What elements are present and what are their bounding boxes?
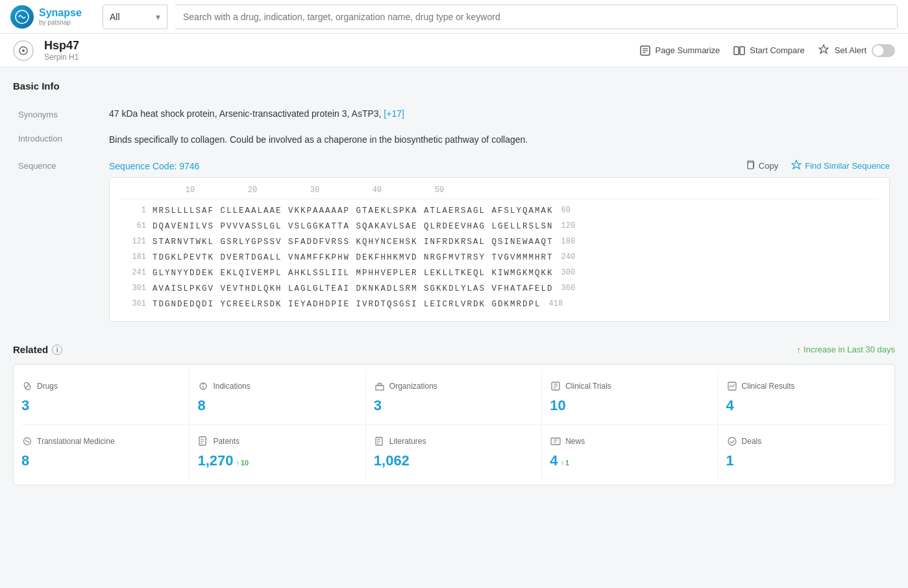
page-summarize-label: Page Summarize — [656, 45, 720, 55]
brand-sub: by patsnap — [39, 19, 82, 27]
clinical-trials-count: 10 — [550, 397, 709, 414]
literatures-label: Literatures — [389, 437, 426, 446]
svg-line-12 — [25, 384, 30, 389]
find-similar-button[interactable]: Find Similar Sequence — [791, 160, 890, 172]
related-item-patents[interactable]: Patents 1,270 ↑ 10 — [190, 425, 365, 480]
seq-row-241: 241 GLYNYYDDEK EKLQIVEMPL AHKLSSLIIL MPH… — [120, 267, 879, 280]
start-compare-label: Start Compare — [750, 45, 805, 55]
seq-row-121: 121 STARNVTWKL GSRLYGPSSV SFADDFVRSS KQH… — [120, 236, 879, 249]
related-item-clinical-results[interactable]: Clinical Results 4 — [718, 370, 894, 424]
logo: Synapse by patsnap — [10, 5, 95, 29]
top-header: Synapse by patsnap All ▾ — [0, 0, 908, 34]
entity-title: Hsp47 Serpin H1 — [44, 39, 79, 62]
svg-rect-16 — [376, 386, 384, 390]
related-item-drugs[interactable]: Drugs 3 — [14, 370, 190, 424]
related-item-deals[interactable]: Deals 1 — [718, 425, 894, 480]
deals-count: 1 — [726, 452, 887, 469]
sequence-scroll[interactable]: 10 20 30 40 50 1 MRSLLLLSAF CLLEAALAAE V… — [110, 178, 889, 321]
svg-point-14 — [202, 384, 204, 385]
synonyms-link[interactable]: [+17] — [384, 108, 404, 119]
indications-count: 8 — [197, 397, 357, 414]
increase-label: Increase in Last 30 days — [804, 345, 895, 354]
related-item-translational-medicine[interactable]: Translational Medicine 8 — [14, 425, 190, 480]
news-increase-arrow: ↑ — [560, 459, 564, 467]
sequence-ruler: 10 20 30 40 50 — [120, 186, 879, 199]
main-content: Basic Info Synonyms 47 kDa heat shock pr… — [0, 67, 908, 498]
set-alert-label: Set Alert — [835, 45, 866, 55]
find-similar-label: Find Similar Sequence — [805, 161, 890, 171]
translational-medicine-label: Translational Medicine — [37, 437, 115, 446]
news-count: 4 — [550, 452, 558, 469]
related-grid-container: Drugs 3 Indications 8 — [13, 364, 895, 485]
search-type-dropdown[interactable]: All ▾ — [103, 5, 167, 29]
indications-icon — [197, 380, 209, 392]
related-title: Related i — [13, 344, 62, 355]
seq-row-361: 361 TDGNDEDQDI YCREELRSDK IEYADHDPIE IVR… — [120, 298, 879, 311]
sequence-box: 10 20 30 40 50 1 MRSLLLLSAF CLLEAALAAE V… — [109, 177, 890, 322]
deals-icon — [726, 435, 738, 447]
related-item-news[interactable]: News 4 ↑ 1 — [542, 425, 718, 480]
related-item-literatures[interactable]: Literatures 1,062 — [366, 425, 542, 480]
related-item-organizations[interactable]: Organizations 3 — [366, 370, 542, 424]
set-alert-toggle[interactable] — [872, 44, 895, 57]
sequence-header: Sequence Code: 9746 Copy — [109, 160, 890, 172]
clinical-results-label: Clinical Results — [742, 382, 795, 391]
related-row-1: Drugs 3 Indications 8 — [14, 370, 894, 424]
sequence-row: Sequence Sequence Code: 9746 Copy — [13, 153, 895, 328]
translational-medicine-count: 8 — [21, 452, 181, 469]
related-item-indications[interactable]: Indications 8 — [190, 370, 365, 424]
clinical-results-count: 4 — [726, 397, 887, 414]
svg-rect-7 — [734, 47, 739, 55]
copy-icon — [745, 160, 755, 172]
news-icon — [550, 435, 561, 447]
patents-increase-num: 10 — [241, 459, 249, 467]
search-input-wrap — [175, 5, 898, 29]
sub-header: Hsp47 Serpin H1 Page Summarize St — [0, 34, 908, 67]
organizations-icon — [374, 380, 386, 392]
news-label: News — [565, 437, 585, 446]
related-row-2: Translational Medicine 8 Patents 1,270 — [14, 425, 894, 480]
patents-count-group: 1,270 ↑ 10 — [197, 452, 357, 469]
search-input[interactable] — [175, 5, 897, 29]
organizations-label: Organizations — [389, 382, 437, 391]
chevron-down-icon: ▾ — [156, 12, 160, 22]
entity-icon — [13, 40, 34, 61]
synonyms-label: Synonyms — [13, 102, 104, 126]
svg-rect-9 — [748, 162, 754, 169]
page-summarize-icon — [639, 44, 652, 57]
seq-row-301: 301 AVAISLPKGV VEVTHDLQKH LAGLGLTEAI DKN… — [120, 282, 879, 295]
set-alert-group: Set Alert — [818, 43, 895, 57]
related-info-icon[interactable]: i — [52, 345, 62, 355]
news-increase-num: 1 — [565, 459, 569, 467]
svg-rect-34 — [551, 438, 560, 445]
news-increase: ↑ 1 — [560, 459, 569, 467]
start-compare-button[interactable]: Start Compare — [733, 42, 805, 60]
drugs-icon — [21, 380, 33, 392]
entity-name: Hsp47 — [44, 39, 79, 53]
increase-badge: ↑ Increase in Last 30 days — [796, 345, 895, 355]
sequence-code[interactable]: Sequence Code: 9746 — [109, 161, 199, 171]
literatures-count: 1,062 — [374, 452, 534, 469]
basic-info-table: Synonyms 47 kDa heat shock protein, Arse… — [13, 102, 895, 328]
dropdown-label: All — [110, 12, 120, 22]
literatures-icon — [374, 435, 386, 447]
seq-row-181: 181 TDGKLPEVTK DVERTDGALL VNAMFFKPHW DEK… — [120, 251, 879, 264]
svg-rect-8 — [740, 47, 744, 55]
introduction-text: Binds specifically to collagen. Could be… — [104, 126, 895, 153]
page-summarize-button[interactable]: Page Summarize — [639, 42, 720, 60]
sequence-actions: Copy Find Similar Sequence — [745, 160, 890, 172]
seq-row-1: 1 MRSLLLLSAF CLLEAALAAE VKKPAAAAAP GTAEK… — [120, 204, 879, 217]
clinical-results-icon — [726, 380, 738, 392]
increase-arrow-icon: ↑ — [796, 345, 801, 355]
related-item-clinical-trials[interactable]: Clinical Trials 10 — [542, 370, 718, 424]
clinical-trials-label: Clinical Trials — [565, 382, 611, 391]
introduction-label: Introduction — [13, 126, 104, 153]
find-similar-icon — [791, 160, 802, 172]
patents-increase: ↑ 10 — [236, 459, 249, 467]
copy-button[interactable]: Copy — [745, 160, 778, 172]
basic-info-title: Basic Info — [13, 80, 895, 92]
related-title-text: Related — [13, 344, 48, 355]
organizations-count: 3 — [374, 397, 534, 414]
patents-count: 1,270 — [197, 452, 233, 469]
patents-label: Patents — [213, 437, 239, 446]
